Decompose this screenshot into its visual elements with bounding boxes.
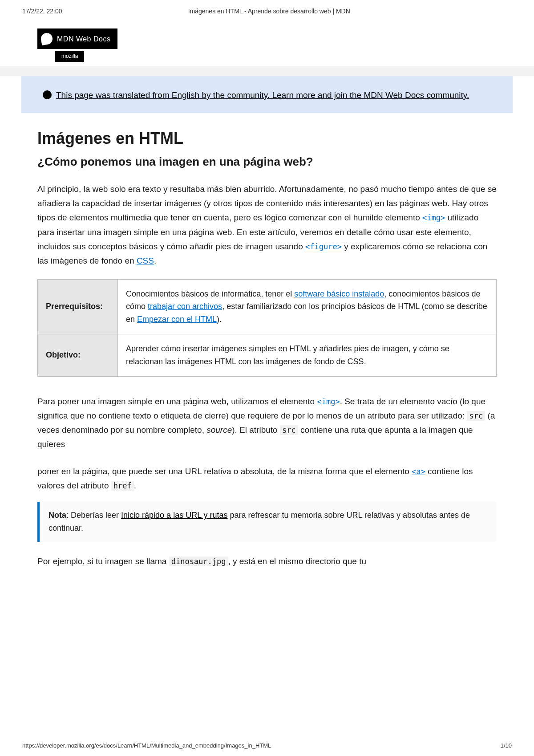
note-box: Nota: Deberías leer Inicio rápido a las … <box>37 502 497 542</box>
software-link[interactable]: software básico instalado <box>294 289 384 298</box>
print-datetime: 17/2/22, 22:00 <box>22 6 62 16</box>
img-element-link[interactable]: <img> <box>317 397 340 406</box>
page-subtitle: ¿Cómo ponemos una imagen en una página w… <box>37 153 497 171</box>
src-code: src <box>467 411 485 421</box>
figure-element-link[interactable]: <figure> <box>305 242 342 251</box>
translation-banner: This page was translated from English by… <box>21 76 513 113</box>
logo-bar: MDN Web Docs mozilla <box>37 28 534 62</box>
intro-text: . <box>154 256 156 265</box>
body-paragraph: poner en la página, que puede ser una UR… <box>37 464 497 493</box>
footer-pagenum: 1/10 <box>501 741 512 751</box>
main-content: Imágenes en HTML ¿Cómo ponemos una image… <box>21 113 513 569</box>
source-italic: source <box>206 425 232 435</box>
table-row: Prerrequisitos: Conocimientos básicos de… <box>38 279 497 334</box>
prereq-label: Prerrequisitos: <box>38 279 118 334</box>
img-element-link[interactable]: <img> <box>422 213 445 222</box>
globe-icon <box>43 90 52 99</box>
note-label: Nota <box>49 511 66 520</box>
mdn-logo[interactable]: MDN Web Docs <box>37 28 117 49</box>
objective-value: Aprender cómo insertar imágenes simples … <box>118 334 497 376</box>
start-html-link[interactable]: Empezar con el HTML <box>137 315 217 324</box>
css-link[interactable]: CSS <box>137 256 154 265</box>
href-code: href <box>111 481 134 491</box>
page-title: Imágenes en HTML <box>37 126 497 151</box>
objective-label: Objetivo: <box>38 334 118 376</box>
prereq-value: Conocimientos básicos de informática, te… <box>118 279 497 334</box>
files-link[interactable]: trabajar con archivos <box>148 302 222 311</box>
footer-url: https://developer.mozilla.org/es/docs/Le… <box>22 741 271 751</box>
mdn-logo-icon <box>40 32 53 45</box>
mdn-logo-subtext: mozilla <box>55 51 84 61</box>
intro-paragraph: Al principio, la web solo era texto y re… <box>37 182 497 268</box>
body-paragraph: Para poner una imagen simple en una pági… <box>37 394 497 452</box>
src-code: src <box>280 425 298 435</box>
print-header: 17/2/22, 22:00 Imágenes en HTML - Aprend… <box>0 0 534 20</box>
body-paragraph: Por ejemplo, si tu imagen se llama dinos… <box>37 554 497 569</box>
url-quickstart-link[interactable]: Inicio rápido a las URL y rutas <box>121 511 227 520</box>
a-element-link[interactable]: <a> <box>412 467 425 476</box>
print-footer: https://developer.mozilla.org/es/docs/Le… <box>22 741 512 751</box>
mdn-logo-text: MDN Web Docs <box>57 33 110 45</box>
dinosaur-code: dinosaur.jpg <box>169 557 228 566</box>
print-title: Imágenes en HTML - Aprende sobre desarro… <box>62 6 476 16</box>
nav-strip <box>0 66 534 76</box>
translation-link[interactable]: This page was translated from English by… <box>56 90 469 100</box>
table-row: Objetivo: Aprender cómo insertar imágene… <box>38 334 497 376</box>
prerequisites-table: Prerrequisitos: Conocimientos básicos de… <box>37 279 497 377</box>
